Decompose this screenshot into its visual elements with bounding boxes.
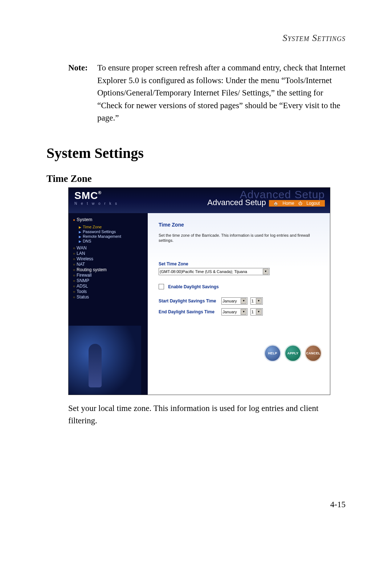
nav-time-zone[interactable]: ▶Time Zone bbox=[79, 225, 145, 229]
banner-right: Advanced Setup Advanced Setup 🏠 Home ⏻ L… bbox=[151, 188, 330, 213]
nav-snmp[interactable]: ○SNMP bbox=[73, 278, 145, 283]
arrow-icon: ▶ bbox=[79, 235, 81, 239]
nav-remote-management[interactable]: ▶Remote Management bbox=[79, 234, 145, 239]
logout-link[interactable]: Logout bbox=[306, 201, 320, 206]
logo-cell: SMC® N e t w o r k s bbox=[69, 188, 151, 213]
arrow-icon: ▶ bbox=[79, 240, 81, 243]
nav-wireless[interactable]: ○Wireless bbox=[73, 256, 145, 261]
action-buttons: HELP APPLY CANCEL bbox=[264, 345, 322, 362]
arrow-icon: ▶ bbox=[79, 230, 81, 234]
content-title: Time Zone bbox=[159, 222, 321, 228]
brand-logo: SMC® bbox=[74, 191, 147, 201]
start-dst-row: Start Daylight Savings Time January▼ 1▼ bbox=[159, 297, 321, 305]
page-title: System Settings bbox=[46, 144, 346, 162]
end-dst-label: End Daylight Savings Time bbox=[159, 309, 218, 314]
post-screenshot-text: Set your local time zone. This informati… bbox=[68, 402, 344, 427]
bullet-icon: ○ bbox=[73, 268, 75, 272]
bullet-icon: ○ bbox=[73, 257, 75, 261]
banner: SMC® N e t w o r k s Advanced Setup Adva… bbox=[69, 188, 330, 213]
dropdown-arrow-icon: ▼ bbox=[256, 309, 262, 315]
bullet-icon: ○ bbox=[73, 284, 75, 288]
note-block: Note: To ensure proper screen refresh af… bbox=[68, 62, 346, 125]
nav-nat[interactable]: ○NAT bbox=[73, 262, 145, 267]
help-button[interactable]: HELP bbox=[264, 345, 281, 362]
brand-subtext: N e t w o r k s bbox=[74, 201, 147, 205]
page-number: 4-15 bbox=[46, 500, 346, 509]
timezone-select[interactable]: (GMT-08:00)Pacific Time (US & Canada); T… bbox=[159, 268, 270, 275]
nav-wan[interactable]: ○WAN bbox=[73, 245, 145, 251]
sidebar-art bbox=[69, 326, 141, 395]
end-dst-row: End Daylight Savings Time January▼ 1▼ bbox=[159, 308, 321, 315]
dropdown-arrow-icon: ▼ bbox=[241, 298, 246, 304]
top-linkbar: 🏠 Home ⏻ Logout bbox=[269, 200, 325, 207]
banner-ghost-title: Advanced Setup bbox=[151, 188, 325, 201]
nav-system[interactable]: ●System bbox=[72, 216, 145, 224]
running-head: System Settings bbox=[46, 33, 346, 44]
dropdown-arrow-icon: ▼ bbox=[256, 298, 262, 304]
nav-adsl[interactable]: ○ADSL bbox=[73, 284, 145, 289]
nav-dns[interactable]: ▶DNS bbox=[79, 239, 145, 243]
dropdown-arrow-icon: ▼ bbox=[241, 309, 246, 315]
end-month-select[interactable]: January▼ bbox=[221, 308, 248, 315]
home-icon: 🏠 bbox=[273, 201, 278, 205]
nav-lan[interactable]: ○LAN bbox=[73, 251, 145, 256]
router-screenshot: SMC® N e t w o r k s Advanced Setup Adva… bbox=[68, 187, 330, 395]
start-dst-label: Start Daylight Savings Time bbox=[159, 298, 218, 304]
enable-dst-row: Enable Daylight Savings bbox=[159, 284, 321, 289]
home-link[interactable]: Home bbox=[283, 201, 294, 206]
dropdown-arrow-icon: ▼ bbox=[263, 269, 269, 274]
start-month-select[interactable]: January▼ bbox=[221, 297, 248, 305]
content-panel: Time Zone Set the time zone of the Barri… bbox=[148, 213, 330, 395]
registered-mark: ® bbox=[98, 190, 102, 195]
nav-routing[interactable]: ○Routing system bbox=[73, 267, 145, 272]
bullet-icon: ○ bbox=[73, 246, 75, 250]
start-day-select[interactable]: 1▼ bbox=[250, 297, 263, 305]
apply-button[interactable]: APPLY bbox=[284, 345, 302, 362]
nav-firewall[interactable]: ○Firewall bbox=[73, 273, 145, 278]
note-body: To ensure proper screen refresh after a … bbox=[97, 62, 346, 125]
note-label: Note: bbox=[68, 62, 97, 125]
bullet-icon: ● bbox=[73, 218, 75, 222]
bullet-icon: ○ bbox=[73, 252, 75, 256]
bullet-icon: ○ bbox=[73, 279, 75, 283]
nav-tools[interactable]: ○Tools bbox=[73, 289, 145, 294]
brand-text: SMC bbox=[74, 190, 98, 201]
nav-status[interactable]: ○Status bbox=[73, 294, 145, 300]
enable-dst-label: Enable Daylight Savings bbox=[168, 284, 219, 289]
end-day-select[interactable]: 1▼ bbox=[250, 308, 263, 315]
content-description: Set the time zone of the Barricade. This… bbox=[159, 233, 315, 244]
bullet-icon: ○ bbox=[73, 290, 75, 294]
nav-password-settings[interactable]: ▶Password Settings bbox=[79, 229, 145, 234]
sidebar: ●System ▶Time Zone ▶Password Settings ▶R… bbox=[69, 213, 148, 395]
timezone-value: (GMT-08:00)Pacific Time (US & Canada); T… bbox=[160, 269, 247, 274]
logout-icon: ⏻ bbox=[298, 201, 302, 205]
bullet-icon: ○ bbox=[73, 262, 75, 266]
bullet-icon: ○ bbox=[73, 295, 75, 299]
cancel-button[interactable]: CANCEL bbox=[305, 345, 322, 362]
set-timezone-label: Set Time Zone bbox=[159, 261, 321, 266]
arrow-icon: ▶ bbox=[79, 225, 81, 229]
bullet-icon: ○ bbox=[73, 273, 75, 277]
enable-dst-checkbox[interactable] bbox=[159, 284, 164, 289]
section-title: Time Zone bbox=[46, 173, 346, 184]
